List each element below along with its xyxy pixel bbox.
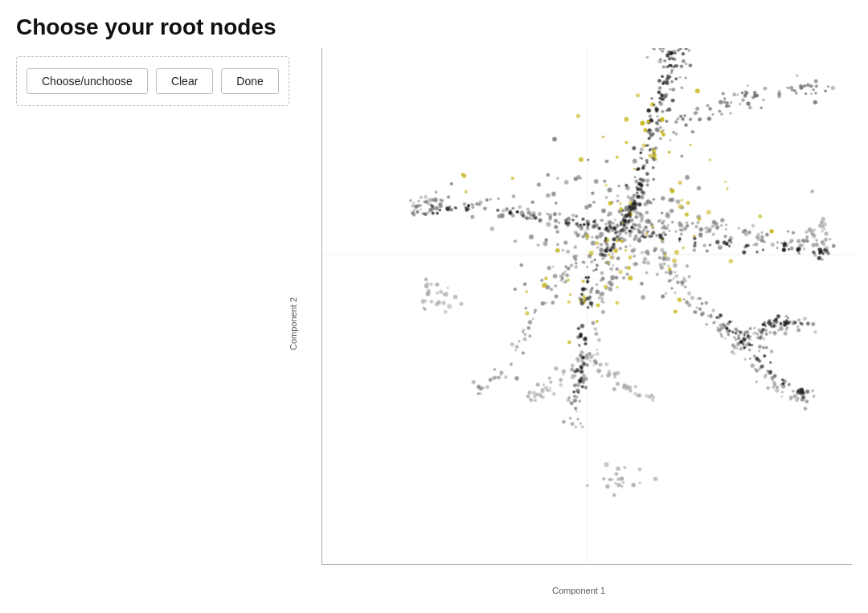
chart-area: Component 2 Component 1 10 5 0 -5 -10 -1… [297,40,860,597]
clear-button[interactable]: Clear [156,68,213,94]
scatter-plot[interactable] [322,48,852,564]
controls-box: Choose/unchoose Clear Done [16,56,289,106]
chart-container: Component 2 Component 1 10 5 0 -5 -10 -1… [297,40,860,597]
chart-inner[interactable]: 10 5 0 -5 -10 -10 -5 0 5 10 [321,48,852,565]
x-axis-label: Component 1 [552,586,605,595]
y-axis-label: Component 2 [289,296,298,349]
choose-unchoose-button[interactable]: Choose/unchoose [27,68,148,94]
done-button[interactable]: Done [221,68,278,94]
